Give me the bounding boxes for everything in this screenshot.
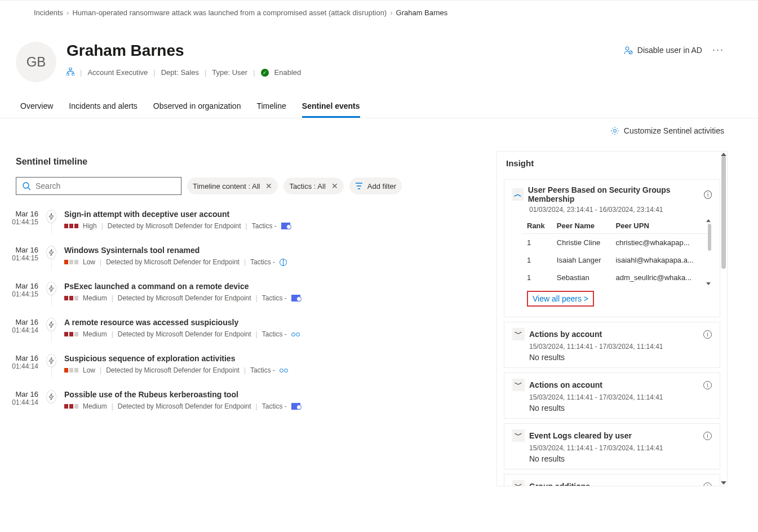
timeline-item[interactable]: Mar 1601:44:15Windows Sysinternals tool … bbox=[46, 246, 486, 282]
chevron-down-icon: ﹀ bbox=[515, 329, 522, 339]
bolt-icon bbox=[46, 210, 56, 223]
severity-indicator bbox=[64, 296, 78, 300]
scroll-up-icon[interactable] bbox=[706, 219, 711, 222]
tactics-label: Tactics - bbox=[262, 330, 287, 338]
info-icon[interactable]: i bbox=[703, 381, 712, 389]
page-title: Graham Barnes bbox=[67, 42, 301, 60]
chevron-right-icon: › bbox=[67, 8, 69, 17]
col-peer-upn[interactable]: Peer UPN bbox=[611, 218, 707, 234]
cell-rank: 1 bbox=[522, 234, 552, 252]
svg-point-3 bbox=[626, 47, 629, 50]
cell-upn: isaiahl@whakapapa.a... bbox=[611, 251, 707, 269]
scrollbar[interactable] bbox=[721, 154, 726, 484]
customize-sentinel-button[interactable]: Customize Sentinel activities bbox=[0, 118, 758, 135]
insight-header: Insight bbox=[497, 152, 727, 175]
alert-title: PsExec launched a command on a remote de… bbox=[64, 282, 300, 291]
timeline-item[interactable]: Mar 1601:44:14Suspicious sequence of exp… bbox=[46, 354, 486, 390]
chevron-down-icon: ﹀ bbox=[515, 431, 522, 441]
alert-title: Possible use of the Rubeus kerberoasting… bbox=[64, 390, 300, 399]
svg-rect-0 bbox=[69, 68, 72, 70]
cell-rank: 1 bbox=[522, 251, 552, 269]
filter-timeline-content[interactable]: Timeline content : All ✕ bbox=[187, 178, 278, 194]
insight-card: ﹀Event Logs cleared by useri15/03/2024, … bbox=[504, 423, 720, 469]
card-date-range: 15/03/2024, 11:14:41 - 17/03/2024, 11:14… bbox=[529, 343, 712, 351]
chevron-up-icon: ︿ bbox=[514, 189, 522, 200]
binoculars-icon bbox=[280, 369, 288, 373]
cell-name: Christie Cline bbox=[552, 234, 611, 252]
cell-rank: 1 bbox=[522, 269, 552, 286]
col-peer-name[interactable]: Peer Name bbox=[552, 218, 611, 234]
expand-button[interactable]: ﹀ bbox=[512, 429, 525, 442]
card-title: User Peers Based on Security Groups Memb… bbox=[528, 185, 700, 203]
table-row[interactable]: 1Isaiah Langerisaiahl@whakapapa.a... bbox=[522, 251, 707, 269]
table-row[interactable]: 1Christie Clinechristiec@whakapap... bbox=[522, 234, 707, 252]
disable-user-button[interactable]: Disable user in AD bbox=[624, 46, 702, 55]
severity-label: High bbox=[83, 222, 97, 230]
add-filter-label: Add filter bbox=[367, 182, 396, 190]
bolt-icon bbox=[46, 282, 56, 295]
gear-icon bbox=[610, 126, 619, 135]
info-icon[interactable]: i bbox=[703, 482, 712, 487]
customize-label: Customize Sentinel activities bbox=[624, 126, 724, 135]
breadcrumb-incident[interactable]: Human-operated ransomware attack was lau… bbox=[72, 8, 387, 17]
breadcrumb-current: Graham Barnes bbox=[396, 8, 448, 17]
collapse-button[interactable]: ︿ bbox=[512, 188, 524, 201]
info-icon[interactable]: i bbox=[704, 190, 712, 199]
expand-button[interactable]: ﹀ bbox=[512, 328, 525, 340]
svg-rect-2 bbox=[72, 73, 74, 76]
timeline-item[interactable]: Mar 1601:44:15PsExec launched a command … bbox=[46, 282, 486, 318]
scroll-thumb[interactable] bbox=[708, 224, 711, 251]
card-date-range: 01/03/2024, 23:14:41 - 16/03/2024, 23:14… bbox=[529, 206, 712, 214]
info-icon[interactable]: i bbox=[703, 432, 712, 440]
alert-title: Windows Sysinternals tool renamed bbox=[64, 246, 287, 255]
bolt-icon bbox=[46, 390, 56, 404]
severity-label: Low bbox=[83, 366, 95, 374]
detected-by: Detected by Microsoft Defender for Endpo… bbox=[118, 294, 251, 302]
scroll-down-icon[interactable] bbox=[721, 481, 726, 485]
timeline-timestamp: Mar 1601:44:14 bbox=[0, 390, 38, 406]
timeline-timestamp: Mar 1601:44:15 bbox=[0, 210, 38, 226]
tab-sentinel-events[interactable]: Sentinel events bbox=[302, 101, 360, 118]
insight-panel: Insight ︿ User Peers Based on Security G… bbox=[497, 151, 728, 486]
tab-observed[interactable]: Observed in organization bbox=[153, 101, 241, 118]
more-actions-button[interactable]: ··· bbox=[712, 44, 724, 56]
severity-indicator bbox=[64, 368, 78, 373]
close-icon[interactable]: ✕ bbox=[331, 181, 338, 190]
view-all-peers-highlight: View all peers > bbox=[527, 291, 594, 307]
tactics-label: Tactics - bbox=[250, 366, 275, 374]
cell-upn: christiec@whakapap... bbox=[611, 234, 707, 252]
card-result: No results bbox=[529, 404, 712, 413]
timeline-item[interactable]: Mar 1601:44:14Possible use of the Rubeus… bbox=[46, 390, 486, 426]
filter-tactics[interactable]: Tactics : All ✕ bbox=[283, 178, 343, 194]
view-all-peers-link[interactable]: View all peers > bbox=[533, 294, 588, 303]
alert-title: A remote resource was accessed suspiciou… bbox=[64, 318, 300, 327]
user-status: Enabled bbox=[274, 68, 302, 77]
breadcrumb-root[interactable]: Incidents bbox=[34, 8, 63, 17]
close-icon[interactable]: ✕ bbox=[265, 181, 272, 190]
card-result: No results bbox=[529, 353, 712, 362]
bolt-icon bbox=[46, 246, 56, 259]
col-rank[interactable]: Rank bbox=[522, 218, 552, 234]
expand-button[interactable]: ﹀ bbox=[512, 480, 525, 486]
info-icon[interactable]: i bbox=[703, 330, 712, 339]
insight-card: ﹀Actions by accounti15/03/2024, 11:14:41… bbox=[504, 322, 720, 368]
search-field[interactable] bbox=[36, 181, 175, 190]
add-filter-button[interactable]: Add filter bbox=[349, 178, 402, 194]
timeline-item[interactable]: Mar 1601:44:14A remote resource was acce… bbox=[46, 318, 486, 354]
tab-overview[interactable]: Overview bbox=[20, 101, 53, 118]
tactics-label: Tactics - bbox=[262, 402, 287, 410]
expand-button[interactable]: ﹀ bbox=[512, 379, 525, 391]
scroll-thumb[interactable] bbox=[721, 156, 726, 269]
table-row[interactable]: 1Sebastianadm_seullric@whaka... bbox=[522, 269, 707, 286]
svg-point-5 bbox=[613, 130, 616, 132]
scroll-down-icon[interactable] bbox=[706, 282, 711, 285]
detected-by: Detected by Microsoft Defender for Endpo… bbox=[106, 258, 240, 266]
svg-point-6 bbox=[23, 183, 29, 188]
tab-incidents-alerts[interactable]: Incidents and alerts bbox=[69, 101, 137, 118]
defender-icon bbox=[291, 295, 300, 302]
tab-timeline[interactable]: Timeline bbox=[256, 101, 286, 118]
timeline-item[interactable]: Mar 1601:44:15Sign-in attempt with decep… bbox=[46, 210, 486, 246]
search-input[interactable] bbox=[16, 177, 181, 195]
detected-by: Detected by Microsoft Defender for Endpo… bbox=[108, 222, 241, 230]
tactics-label: Tactics - bbox=[252, 222, 277, 230]
